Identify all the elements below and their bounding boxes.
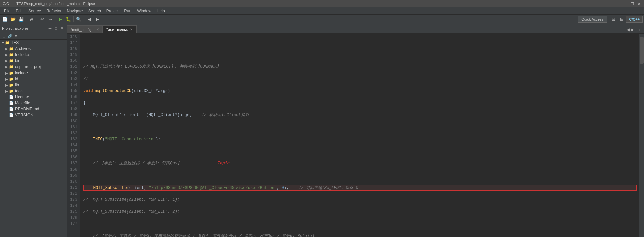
cc-badge: C/C++ [626,16,643,23]
tree-item-esp-mqtt-proj[interactable]: ▶ 📁 esp_mqtt_proj [0,64,67,70]
pe-collapse-button[interactable]: ⊟ [1,33,7,39]
tree-item-tools[interactable]: ▶ 📁 tools [0,88,67,94]
tab-close-mqtt[interactable]: ✕ [96,28,99,31]
code-line-157 [83,173,637,179]
folder-icon: 📁 [9,76,14,82]
pe-link-button[interactable]: 🔗 [7,33,13,39]
tree-label: Archives [15,46,31,51]
tree-item-includes[interactable]: ▶ 📁 Includes [0,52,67,58]
toolbar: 📄 📂 💾 🖨 ↩ ↪ ▶ 🐛 🔍 ◀ ▶ Quick Access ⊟ ⊞ C… [0,15,644,24]
menu-source[interactable]: Source [25,7,44,14]
pe-close-button[interactable]: ✕ [59,26,65,31]
tab-controls: ◀ ▶ ─ □ [627,27,644,33]
sep2 [37,16,37,22]
folder-icon: 📁 [9,52,14,57]
code-line-152: MQTT_Client* client = (MQTT_Client*)args… [83,112,637,118]
pe-menu-button[interactable]: ▼ [13,33,19,39]
expand-arrow: ▶ [5,53,9,57]
titlebar-controls: ─ ❒ ✕ [623,1,641,6]
new-button[interactable]: 📄 [1,16,9,23]
menu-run[interactable]: Run [121,7,134,14]
debug-button[interactable]: 🐛 [65,16,72,23]
tree-item-license[interactable]: 📄 License [0,94,67,100]
project-icon: 📁 [5,40,10,45]
minimize-button[interactable]: ─ [623,1,628,6]
sep5 [84,16,84,22]
tab-minimize[interactable]: ─ [635,27,638,32]
tree-item-lib[interactable]: ▶ 📁 lib [0,82,67,88]
code-content[interactable]: // MQTT已成功连接: ESP8266发送【CONNECT】, 并接收到【C… [80,34,639,237]
code-line-151: { [83,100,637,106]
file-icon: 📄 [9,112,14,118]
code-line-160: // MQTT_Subscribe(client, "SW_LED", 2); [83,209,637,215]
maximize-panel-button[interactable]: ⊞ [618,16,625,23]
editor-area: *mqtt_config.h ✕ *user_main.c ✕ ◀ ▶ ─ □ … [67,24,644,237]
undo-button[interactable]: ↩ [38,16,46,23]
tree-item-ld[interactable]: ▶ 📁 ld [0,76,67,82]
tree-item-bin[interactable]: ▶ 📁 bin [0,58,67,64]
run-button[interactable]: ▶ [57,16,64,23]
next-button[interactable]: ▶ [94,16,101,23]
tree-item-include[interactable]: ▶ 📁 include [0,70,67,76]
tab-bar: *mqtt_config.h ✕ *user_main.c ✕ ◀ ▶ ─ □ [67,24,644,34]
tab-close-user-main[interactable]: ✕ [130,28,133,31]
open-button[interactable]: 📂 [9,16,17,23]
print-button[interactable]: 🖨 [28,16,35,23]
folder-icon: 📁 [9,46,14,51]
tree-item-readme[interactable]: 📄 README.md [0,106,67,112]
menu-edit[interactable]: Edit [13,7,25,14]
code-editor[interactable]: 146 147 148 149 150 151 152 153 154 155 … [67,34,644,237]
menu-window[interactable]: Window [134,7,154,14]
folder-icon: 📁 [9,70,14,76]
tab-scroll-right[interactable]: ▶ [631,27,634,32]
code-line-158: MQTT_Subscribe(client, "/a1Lpk9SunuD/ESP… [83,185,637,191]
code-line-150: void mqttConnectedCb(uint32_t *args) [83,88,637,94]
pe-header-icons: ─ □ ✕ [47,26,65,31]
code-line-153 [83,124,637,130]
redo-button[interactable]: ↪ [46,16,54,23]
tree-item-makefile[interactable]: 📄 Makefile [0,100,67,106]
menu-file[interactable]: File [1,7,13,14]
expand-arrow: ▶ [5,77,9,81]
menu-refactor[interactable]: Refactor [44,7,64,14]
quick-access-button[interactable]: Quick Access [578,16,607,23]
prev-button[interactable]: ◀ [86,16,93,23]
menu-help[interactable]: Help [154,7,168,14]
tab-mqtt-config[interactable]: *mqtt_config.h ✕ [67,25,103,33]
code-line-146 [83,40,637,46]
pe-minimize-button[interactable]: ─ [47,26,53,31]
menu-search[interactable]: Search [86,7,104,14]
close-button[interactable]: ✕ [637,1,641,6]
project-explorer: Project Explorer ─ □ ✕ ⊟ 🔗 ▼ ▼ 📁 TEST ▶ … [0,24,67,237]
tree-item-test[interactable]: ▼ 📁 TEST [0,40,67,46]
tree-label: VERSION [15,113,33,117]
menu-navigate[interactable]: Navigate [64,7,85,14]
sep4 [73,16,74,22]
file-icon: 📄 [9,106,14,112]
titlebar-title: C/C++ - TEST/esp_mqtt_proj/user/user_mai… [3,2,95,6]
menu-project[interactable]: Project [104,7,121,14]
expand-arrow: ▶ [5,83,9,87]
tree-label: esp_mqtt_proj [15,64,41,69]
save-button[interactable]: 💾 [17,16,25,23]
restore-button[interactable]: ❒ [630,1,635,6]
line-numbers: 146 147 148 149 150 151 152 153 154 155 … [67,34,80,237]
tab-user-main[interactable]: *user_main.c ✕ [103,25,136,33]
search-toolbar-button[interactable]: 🔍 [75,16,83,23]
pe-toolbar: ⊟ 🔗 ▼ [0,32,67,40]
code-line-149: //======================================… [83,76,637,82]
scrollbar-thumb[interactable] [640,37,644,64]
tree-label: bin [15,58,20,63]
tab-maximize[interactable]: □ [640,27,642,32]
tab-scroll-left[interactable]: ◀ [627,27,630,32]
minimize-panel-button[interactable]: ⊟ [610,16,617,23]
tree-label: TEST [11,40,21,45]
expand-arrow: ▶ [5,71,9,75]
file-icon: 📄 [9,94,14,100]
pe-maximize-button[interactable]: □ [53,26,59,31]
pe-title: Project Explorer [2,26,28,30]
tree-item-archives[interactable]: ▶ 📁 Archives [0,46,67,52]
code-line-161 [83,221,637,227]
tree-item-version[interactable]: 📄 VERSION [0,112,67,118]
right-scrollbar[interactable] [639,34,644,237]
